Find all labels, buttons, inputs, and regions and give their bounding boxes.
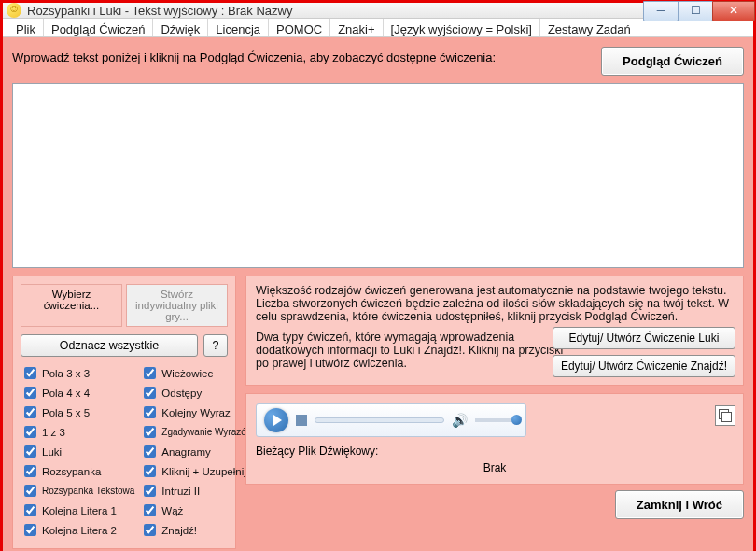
checkbox-label: Intruzi II xyxy=(161,486,200,497)
checkbox[interactable] xyxy=(144,504,156,516)
play-button[interactable] xyxy=(264,408,288,432)
volume-slider[interactable] xyxy=(475,418,518,422)
checkbox[interactable] xyxy=(144,387,156,399)
checkbox-label: Odstępy xyxy=(161,388,202,399)
tab-select-exercises[interactable]: Wybierz ćwiczenia... xyxy=(21,284,122,327)
checkbox-label: Kolejna Litera 1 xyxy=(42,505,117,516)
seek-track[interactable] xyxy=(315,417,444,423)
checkbox[interactable] xyxy=(144,426,156,438)
checkbox-label: Wąż xyxy=(161,505,183,516)
check-znajd-[interactable]: Znajdź! xyxy=(140,521,253,539)
checkbox-label: Kolejny Wyraz xyxy=(161,407,230,418)
checkbox-label: Pola 4 x 4 xyxy=(42,388,90,399)
speaker-icon: 🔊 xyxy=(452,413,468,428)
app-icon xyxy=(7,3,21,18)
menu-podgl-d-wicze-[interactable]: Podgląd Ćwiczeń xyxy=(44,19,153,36)
menu--j-zyk-wyj-ciowy-polski-[interactable]: [Język wyjściowy = Polski] xyxy=(384,19,540,36)
check-rozsypanka-tekstowa[interactable]: Rozsypanka Tekstowa xyxy=(21,482,134,500)
checkbox[interactable] xyxy=(24,387,36,399)
check-anagramy[interactable]: Anagramy xyxy=(140,443,253,460)
check-kliknij-uzupe-nij[interactable]: Kliknij + Uzupełnij xyxy=(140,462,253,480)
check-1-z-3[interactable]: 1 z 3 xyxy=(21,423,134,441)
check-kolejna-litera-1[interactable]: Kolejna Litera 1 xyxy=(21,502,134,519)
checkbox-label: Anagramy xyxy=(161,446,210,458)
check-kolejna-litera-2[interactable]: Kolejna Litera 2 xyxy=(21,521,134,539)
check-pola-3-x-3[interactable]: Pola 3 x 3 xyxy=(21,364,134,382)
checkbox[interactable] xyxy=(144,445,156,458)
checkbox[interactable] xyxy=(144,485,156,497)
menu-pomoc[interactable]: POMOC xyxy=(269,19,330,36)
minimize-button[interactable]: ─ xyxy=(643,1,679,21)
maximize-button[interactable]: ☐ xyxy=(678,1,713,21)
checkbox[interactable] xyxy=(24,465,36,477)
exercise-selection-panel: Wybierz ćwiczenia... Stwórz indywidualny… xyxy=(12,276,236,549)
checkbox-label: Wieżowiec xyxy=(161,368,213,379)
checkbox-label: Luki xyxy=(42,446,62,458)
checkbox-label: Pola 3 x 3 xyxy=(42,368,90,379)
help-button[interactable]: ? xyxy=(203,334,228,357)
check-wie-owiec[interactable]: Wieżowiec xyxy=(140,364,253,382)
checkbox[interactable] xyxy=(24,524,36,536)
check-kolejny-wyraz[interactable]: Kolejny Wyraz xyxy=(140,403,253,421)
instruction-text: Wprowadź tekst poniżej i kliknij na Podg… xyxy=(12,47,592,64)
check-w-[interactable]: Wąż xyxy=(140,502,253,519)
tab-create-individual[interactable]: Stwórz indywidualny pliki gry... xyxy=(126,284,228,327)
audio-file-label: Bieżący Plik Dźwiękowy: xyxy=(256,445,734,458)
check-zgadywanie-wyraz-w[interactable]: Zgadywanie Wyrazów xyxy=(140,423,253,441)
edit-luki-button[interactable]: Edytuj/ Utwórz Ćwiczenie Luki xyxy=(553,327,735,349)
checkbox-label: Znajdź! xyxy=(161,525,197,536)
expand-icon[interactable] xyxy=(715,405,735,426)
checkbox[interactable] xyxy=(144,465,156,477)
close-and-return-button[interactable]: Zamknij i Wróć xyxy=(615,490,744,519)
menu-plik[interactable]: Plik xyxy=(8,19,44,36)
check-pola-4-x-4[interactable]: Pola 4 x 4 xyxy=(21,384,134,402)
checkbox-label: Kliknij + Uzupełnij xyxy=(161,466,245,477)
source-text-input[interactable] xyxy=(12,83,744,268)
menubar: PlikPodgląd ĆwiczeńDźwiękLicencjaPOMOCZn… xyxy=(3,19,753,37)
check-pola-5-x-5[interactable]: Pola 5 x 5 xyxy=(21,403,134,421)
checkbox[interactable] xyxy=(144,367,156,379)
audio-file-value: Brak xyxy=(256,461,734,474)
checkbox[interactable] xyxy=(144,406,156,418)
stop-button[interactable] xyxy=(296,415,307,426)
menu-licencja[interactable]: Licencja xyxy=(208,19,269,36)
checkbox-label: Kolejna Litera 2 xyxy=(42,525,117,536)
menu-znaki-[interactable]: Znaki+ xyxy=(330,19,383,36)
checkbox-label: Rozsypanka xyxy=(42,466,101,477)
checkbox[interactable] xyxy=(144,524,156,536)
checkbox[interactable] xyxy=(24,445,36,458)
titlebar: Rozsypanki i Luki - Tekst wyjściowy : Br… xyxy=(3,3,753,19)
checkbox[interactable] xyxy=(24,504,36,516)
info-panel: Większość rodzajów ćwiczeń generowana je… xyxy=(245,276,744,386)
checkbox-label: 1 z 3 xyxy=(42,427,65,438)
menu-d-wi-k[interactable]: Dźwięk xyxy=(153,19,208,36)
checkbox[interactable] xyxy=(24,367,36,379)
checkbox[interactable] xyxy=(24,406,36,418)
menu-zestawy-zada-[interactable]: Zestawy Zadań xyxy=(540,19,638,36)
edit-znajdz-button[interactable]: Edytuj/ Utwórz Ćwiczenie Znajdź! xyxy=(553,355,735,377)
info-paragraph-2: Dwa typy ćwiczeń, które wymagają wprowad… xyxy=(256,331,564,370)
audio-panel: 🔊 Bieżący Plik Dźwiękowy: Brak xyxy=(245,393,744,485)
checkbox-label: Rozsypanka Tekstowa xyxy=(42,486,134,496)
checkbox[interactable] xyxy=(24,485,36,497)
info-paragraph-1: Większość rodzajów ćwiczeń generowana je… xyxy=(256,284,734,323)
checkbox-label: Pola 5 x 5 xyxy=(42,407,90,418)
check-rozsypanka[interactable]: Rozsypanka xyxy=(21,462,134,480)
preview-exercises-button[interactable]: Podgląd Ćwiczeń xyxy=(601,47,744,76)
close-window-button[interactable]: ✕ xyxy=(712,1,755,21)
check-odst-py[interactable]: Odstępy xyxy=(140,384,253,402)
check-intruzi-ii[interactable]: Intruzi II xyxy=(140,482,253,500)
checkbox-label: Zgadywanie Wyrazów xyxy=(161,427,253,437)
deselect-all-button[interactable]: Odznacz wszystkie xyxy=(21,334,198,357)
check-luki[interactable]: Luki xyxy=(21,443,134,460)
audio-player: 🔊 xyxy=(256,403,526,437)
checkbox[interactable] xyxy=(24,426,36,438)
window-title: Rozsypanki i Luki - Tekst wyjściowy : Br… xyxy=(27,4,292,18)
